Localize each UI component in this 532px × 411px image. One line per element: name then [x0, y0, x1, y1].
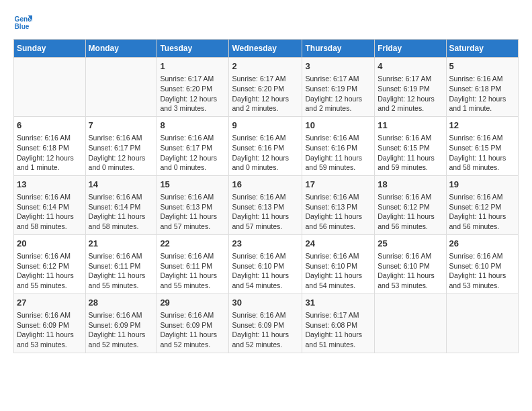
calendar-cell: 18Sunrise: 6:16 AMSunset: 6:12 PMDayligh… [375, 175, 446, 234]
day-info: Sunset: 6:10 PM [232, 261, 299, 271]
day-number: 3 [305, 60, 371, 73]
day-info: Daylight: 11 hours and 56 minutes. [305, 212, 371, 231]
day-info: Sunrise: 6:17 AM [305, 310, 371, 320]
weekday-header-wednesday: Wednesday [229, 40, 302, 58]
day-info: Sunset: 6:18 PM [449, 84, 515, 94]
day-info: Sunset: 6:20 PM [160, 84, 226, 94]
day-number: 14 [89, 179, 154, 191]
calendar-cell: 11Sunrise: 6:16 AMSunset: 6:15 PMDayligh… [375, 116, 446, 175]
calendar-cell: 10Sunrise: 6:16 AMSunset: 6:16 PMDayligh… [302, 116, 375, 175]
calendar-cell: 5Sunrise: 6:16 AMSunset: 6:18 PMDaylight… [446, 58, 518, 117]
calendar-cell: 20Sunrise: 6:16 AMSunset: 6:12 PMDayligh… [14, 234, 86, 293]
day-info: Sunset: 6:10 PM [305, 261, 371, 271]
day-info: Daylight: 12 hours and 0 minutes. [160, 153, 226, 173]
calendar-cell: 2Sunrise: 6:17 AMSunset: 6:20 PMDaylight… [229, 58, 302, 117]
day-info: Sunset: 6:09 PM [160, 320, 226, 330]
day-info: Sunrise: 6:16 AM [17, 192, 83, 202]
calendar-cell [446, 293, 518, 353]
calendar-cell: 29Sunrise: 6:16 AMSunset: 6:09 PMDayligh… [157, 293, 229, 353]
day-number: 23 [232, 238, 299, 250]
day-number: 5 [449, 60, 515, 73]
day-number: 30 [232, 297, 299, 309]
calendar-cell: 8Sunrise: 6:16 AMSunset: 6:17 PMDaylight… [157, 116, 229, 175]
calendar-cell: 12Sunrise: 6:16 AMSunset: 6:15 PMDayligh… [446, 116, 518, 175]
day-number: 8 [160, 120, 226, 132]
day-info: Sunrise: 6:16 AM [232, 251, 299, 261]
calendar-cell [375, 293, 446, 353]
day-number: 2 [232, 60, 299, 73]
day-info: Daylight: 11 hours and 58 minutes. [89, 212, 154, 231]
calendar-cell: 1Sunrise: 6:17 AMSunset: 6:20 PMDaylight… [157, 58, 229, 117]
calendar-cell: 26Sunrise: 6:16 AMSunset: 6:10 PMDayligh… [446, 234, 518, 293]
day-info: Sunset: 6:16 PM [232, 143, 299, 153]
day-info: Sunset: 6:13 PM [160, 202, 226, 212]
day-info: Sunset: 6:19 PM [305, 84, 371, 94]
day-number: 29 [160, 297, 226, 309]
calendar-cell: 14Sunrise: 6:16 AMSunset: 6:14 PMDayligh… [85, 175, 157, 234]
day-info: Daylight: 11 hours and 55 minutes. [160, 271, 226, 290]
day-info: Sunset: 6:09 PM [17, 320, 83, 330]
day-info: Daylight: 11 hours and 54 minutes. [305, 271, 371, 290]
day-info: Daylight: 11 hours and 57 minutes. [232, 212, 299, 231]
day-number: 15 [160, 179, 226, 191]
day-info: Sunset: 6:15 PM [449, 143, 515, 153]
calendar-cell: 16Sunrise: 6:16 AMSunset: 6:13 PMDayligh… [229, 175, 302, 234]
day-info: Sunset: 6:10 PM [449, 261, 515, 271]
day-info: Sunrise: 6:16 AM [89, 133, 154, 143]
calendar-cell: 7Sunrise: 6:16 AMSunset: 6:17 PMDaylight… [85, 116, 157, 175]
calendar-cell: 9Sunrise: 6:16 AMSunset: 6:16 PMDaylight… [229, 116, 302, 175]
day-info: Sunset: 6:08 PM [305, 320, 371, 330]
day-number: 6 [17, 120, 83, 132]
day-info: Sunrise: 6:16 AM [449, 133, 515, 143]
day-number: 4 [378, 60, 443, 73]
day-info: Sunrise: 6:17 AM [232, 74, 299, 84]
day-info: Daylight: 12 hours and 0 minutes. [232, 153, 299, 173]
calendar-cell: 28Sunrise: 6:16 AMSunset: 6:09 PMDayligh… [85, 293, 157, 353]
day-info: Daylight: 12 hours and 2 minutes. [305, 94, 371, 113]
day-info: Sunrise: 6:16 AM [17, 251, 83, 261]
day-info: Daylight: 11 hours and 51 minutes. [305, 330, 371, 349]
calendar-cell: 6Sunrise: 6:16 AMSunset: 6:18 PMDaylight… [14, 116, 86, 175]
day-info: Sunset: 6:11 PM [160, 261, 226, 271]
day-number: 13 [17, 179, 83, 191]
day-info: Sunset: 6:09 PM [232, 320, 299, 330]
day-info: Daylight: 11 hours and 58 minutes. [17, 212, 83, 231]
calendar-cell: 19Sunrise: 6:16 AMSunset: 6:12 PMDayligh… [446, 175, 518, 234]
day-info: Sunset: 6:12 PM [378, 202, 443, 212]
day-info: Sunrise: 6:17 AM [160, 74, 226, 84]
day-number: 12 [449, 120, 515, 132]
calendar-table: SundayMondayTuesdayWednesdayThursdayFrid… [13, 39, 519, 353]
calendar-cell: 4Sunrise: 6:17 AMSunset: 6:19 PMDaylight… [375, 58, 446, 117]
weekday-header-monday: Monday [85, 40, 157, 58]
calendar-cell: 15Sunrise: 6:16 AMSunset: 6:13 PMDayligh… [157, 175, 229, 234]
day-info: Daylight: 11 hours and 58 minutes. [449, 153, 515, 173]
page-header: General Blue [13, 13, 519, 32]
day-number: 21 [89, 238, 154, 250]
day-info: Daylight: 11 hours and 53 minutes. [378, 271, 443, 290]
day-info: Daylight: 11 hours and 56 minutes. [449, 212, 515, 231]
calendar-cell [14, 58, 86, 117]
day-info: Daylight: 11 hours and 52 minutes. [160, 330, 226, 349]
calendar-cell: 31Sunrise: 6:17 AMSunset: 6:08 PMDayligh… [302, 293, 375, 353]
day-info: Sunrise: 6:16 AM [449, 192, 515, 202]
calendar-cell: 21Sunrise: 6:16 AMSunset: 6:11 PMDayligh… [85, 234, 157, 293]
day-info: Sunset: 6:17 PM [89, 143, 154, 153]
day-info: Sunrise: 6:16 AM [232, 133, 299, 143]
day-info: Daylight: 11 hours and 54 minutes. [232, 271, 299, 290]
calendar-cell: 13Sunrise: 6:16 AMSunset: 6:14 PMDayligh… [14, 175, 86, 234]
day-number: 31 [305, 297, 371, 309]
day-info: Sunset: 6:15 PM [378, 143, 443, 153]
weekday-header-tuesday: Tuesday [157, 40, 229, 58]
day-number: 28 [89, 297, 154, 309]
day-info: Daylight: 11 hours and 59 minutes. [378, 153, 443, 173]
day-info: Daylight: 11 hours and 52 minutes. [232, 330, 299, 349]
day-info: Daylight: 11 hours and 56 minutes. [378, 212, 443, 231]
day-info: Daylight: 12 hours and 0 minutes. [89, 153, 154, 173]
day-info: Sunrise: 6:16 AM [89, 251, 154, 261]
day-info: Sunrise: 6:16 AM [378, 251, 443, 261]
calendar-cell: 23Sunrise: 6:16 AMSunset: 6:10 PMDayligh… [229, 234, 302, 293]
day-info: Daylight: 11 hours and 55 minutes. [89, 271, 154, 290]
day-info: Daylight: 11 hours and 53 minutes. [17, 330, 83, 349]
day-info: Daylight: 12 hours and 1 minute. [17, 153, 83, 173]
day-info: Sunset: 6:13 PM [232, 202, 299, 212]
